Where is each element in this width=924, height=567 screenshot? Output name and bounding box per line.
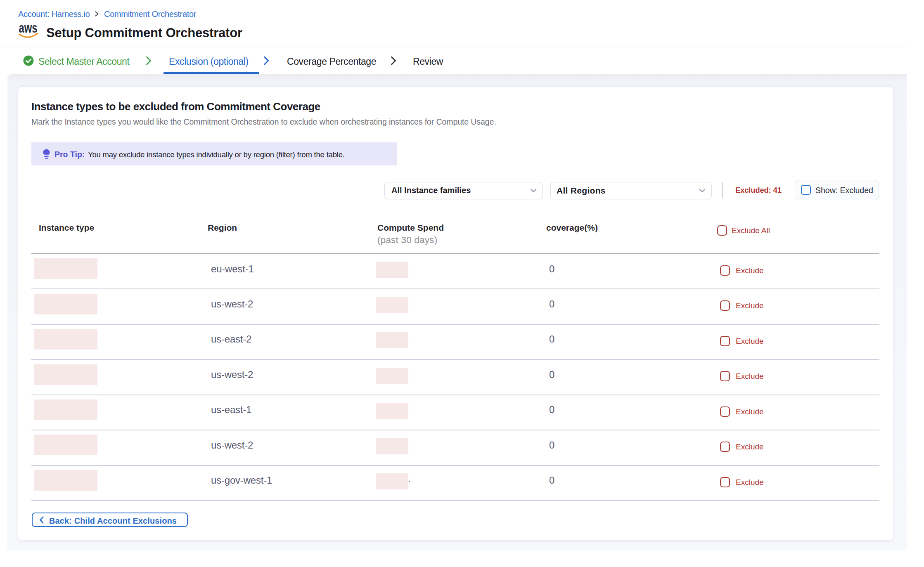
svg-text:aws: aws — [19, 25, 38, 35]
